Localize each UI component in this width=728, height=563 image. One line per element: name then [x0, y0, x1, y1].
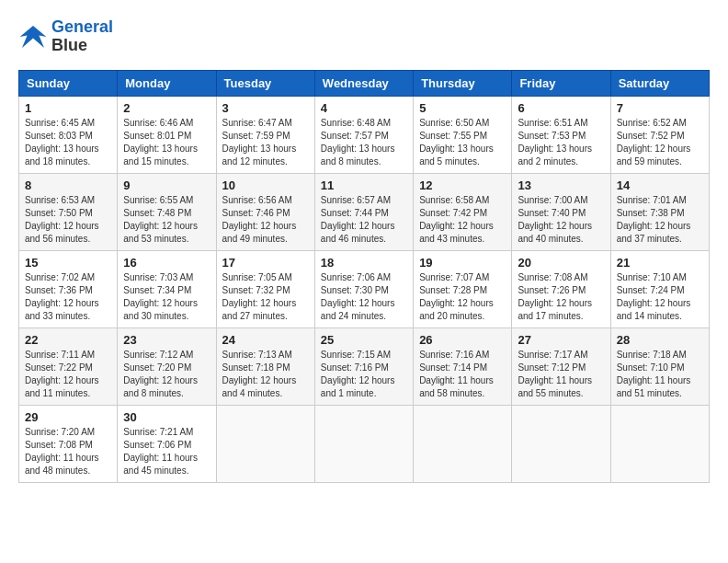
- day-info: Sunrise: 7:15 AM Sunset: 7:16 PM Dayligh…: [321, 349, 407, 400]
- weekday-header-friday: Friday: [512, 70, 610, 96]
- calendar-cell: [216, 405, 314, 482]
- weekday-header-tuesday: Tuesday: [216, 70, 314, 96]
- day-info: Sunrise: 7:18 AM Sunset: 7:10 PM Dayligh…: [617, 349, 703, 400]
- day-info: Sunrise: 7:21 AM Sunset: 7:06 PM Dayligh…: [123, 426, 210, 477]
- day-info: Sunrise: 7:02 AM Sunset: 7:36 PM Dayligh…: [25, 271, 111, 323]
- calendar-cell: [314, 405, 413, 482]
- day-info: Sunrise: 7:20 AM Sunset: 7:08 PM Dayligh…: [25, 426, 111, 477]
- calendar-cell: 7 Sunrise: 6:52 AM Sunset: 7:52 PM Dayli…: [610, 96, 709, 173]
- calendar-cell: 5 Sunrise: 6:50 AM Sunset: 7:55 PM Dayli…: [414, 96, 512, 173]
- day-number: 11: [321, 178, 407, 192]
- calendar-cell: 24 Sunrise: 7:13 AM Sunset: 7:18 PM Dayl…: [216, 327, 314, 405]
- calendar-cell: 11 Sunrise: 6:57 AM Sunset: 7:44 PM Dayl…: [314, 173, 413, 250]
- day-info: Sunrise: 6:56 AM Sunset: 7:46 PM Dayligh…: [222, 194, 309, 246]
- day-number: 22: [25, 333, 111, 347]
- day-number: 27: [518, 333, 604, 347]
- day-number: 20: [518, 256, 604, 270]
- calendar-cell: 16 Sunrise: 7:03 AM Sunset: 7:34 PM Dayl…: [118, 250, 216, 327]
- day-info: Sunrise: 6:45 AM Sunset: 8:03 PM Dayligh…: [25, 117, 111, 168]
- day-number: 26: [419, 333, 506, 347]
- calendar-table: SundayMondayTuesdayWednesdayThursdayFrid…: [18, 70, 710, 483]
- day-info: Sunrise: 7:17 AM Sunset: 7:12 PM Dayligh…: [518, 349, 604, 400]
- calendar-cell: 14 Sunrise: 7:01 AM Sunset: 7:38 PM Dayl…: [610, 173, 709, 250]
- calendar-cell: 2 Sunrise: 6:46 AM Sunset: 8:01 PM Dayli…: [118, 96, 216, 173]
- day-number: 19: [419, 256, 506, 270]
- calendar-week-5: 29 Sunrise: 7:20 AM Sunset: 7:08 PM Dayl…: [19, 405, 710, 482]
- calendar-cell: [512, 405, 610, 482]
- calendar-cell: 10 Sunrise: 6:56 AM Sunset: 7:46 PM Dayl…: [216, 173, 314, 250]
- calendar-cell: 20 Sunrise: 7:08 AM Sunset: 7:26 PM Dayl…: [512, 250, 610, 327]
- calendar-cell: 1 Sunrise: 6:45 AM Sunset: 8:03 PM Dayli…: [19, 96, 118, 173]
- day-number: 16: [123, 256, 210, 270]
- day-number: 25: [321, 333, 407, 347]
- day-info: Sunrise: 6:46 AM Sunset: 8:01 PM Dayligh…: [123, 117, 210, 168]
- day-info: Sunrise: 6:51 AM Sunset: 7:53 PM Dayligh…: [518, 117, 604, 168]
- calendar-cell: 15 Sunrise: 7:02 AM Sunset: 7:36 PM Dayl…: [19, 250, 118, 327]
- day-info: Sunrise: 7:05 AM Sunset: 7:32 PM Dayligh…: [222, 271, 309, 323]
- day-number: 29: [25, 410, 111, 424]
- weekday-header-thursday: Thursday: [414, 70, 512, 96]
- calendar-cell: [414, 405, 512, 482]
- day-info: Sunrise: 6:50 AM Sunset: 7:55 PM Dayligh…: [419, 117, 506, 168]
- day-info: Sunrise: 6:58 AM Sunset: 7:42 PM Dayligh…: [419, 194, 506, 246]
- weekday-header-wednesday: Wednesday: [314, 70, 413, 96]
- calendar-cell: 19 Sunrise: 7:07 AM Sunset: 7:28 PM Dayl…: [414, 250, 512, 327]
- day-number: 8: [25, 178, 111, 192]
- calendar-cell: 17 Sunrise: 7:05 AM Sunset: 7:32 PM Dayl…: [216, 250, 314, 327]
- day-number: 23: [123, 333, 210, 347]
- day-info: Sunrise: 7:11 AM Sunset: 7:22 PM Dayligh…: [25, 349, 111, 400]
- day-number: 2: [123, 101, 210, 115]
- day-number: 21: [617, 256, 703, 270]
- calendar-cell: 25 Sunrise: 7:15 AM Sunset: 7:16 PM Dayl…: [314, 327, 413, 405]
- day-info: Sunrise: 6:55 AM Sunset: 7:48 PM Dayligh…: [123, 194, 210, 246]
- calendar-cell: 28 Sunrise: 7:18 AM Sunset: 7:10 PM Dayl…: [610, 327, 709, 405]
- logo-icon: [18, 22, 48, 52]
- day-number: 13: [518, 178, 604, 192]
- calendar-cell: 22 Sunrise: 7:11 AM Sunset: 7:22 PM Dayl…: [19, 327, 118, 405]
- day-number: 12: [419, 178, 506, 192]
- day-number: 30: [123, 410, 210, 424]
- calendar-cell: 18 Sunrise: 7:06 AM Sunset: 7:30 PM Dayl…: [314, 250, 413, 327]
- logo-text: General Blue: [51, 18, 113, 55]
- day-number: 6: [518, 101, 604, 115]
- calendar-cell: 29 Sunrise: 7:20 AM Sunset: 7:08 PM Dayl…: [19, 405, 118, 482]
- day-info: Sunrise: 7:03 AM Sunset: 7:34 PM Dayligh…: [123, 271, 210, 323]
- day-number: 9: [123, 178, 210, 192]
- weekday-header-saturday: Saturday: [610, 70, 709, 96]
- day-info: Sunrise: 7:07 AM Sunset: 7:28 PM Dayligh…: [419, 271, 506, 323]
- day-info: Sunrise: 7:12 AM Sunset: 7:20 PM Dayligh…: [123, 349, 210, 400]
- logo: General Blue: [18, 18, 113, 55]
- calendar-week-1: 1 Sunrise: 6:45 AM Sunset: 8:03 PM Dayli…: [19, 96, 710, 173]
- day-info: Sunrise: 6:53 AM Sunset: 7:50 PM Dayligh…: [25, 194, 111, 246]
- day-info: Sunrise: 6:52 AM Sunset: 7:52 PM Dayligh…: [617, 117, 703, 168]
- calendar-week-2: 8 Sunrise: 6:53 AM Sunset: 7:50 PM Dayli…: [19, 173, 710, 250]
- day-number: 17: [222, 256, 309, 270]
- day-number: 14: [617, 178, 703, 192]
- day-number: 7: [617, 101, 703, 115]
- calendar-header-row: SundayMondayTuesdayWednesdayThursdayFrid…: [19, 70, 710, 96]
- calendar-cell: 13 Sunrise: 7:00 AM Sunset: 7:40 PM Dayl…: [512, 173, 610, 250]
- calendar-cell: 4 Sunrise: 6:48 AM Sunset: 7:57 PM Dayli…: [314, 96, 413, 173]
- day-info: Sunrise: 6:48 AM Sunset: 7:57 PM Dayligh…: [321, 117, 407, 168]
- day-info: Sunrise: 7:00 AM Sunset: 7:40 PM Dayligh…: [518, 194, 604, 246]
- weekday-header-sunday: Sunday: [19, 70, 118, 96]
- calendar-cell: 26 Sunrise: 7:16 AM Sunset: 7:14 PM Dayl…: [414, 327, 512, 405]
- day-number: 28: [617, 333, 703, 347]
- day-info: Sunrise: 6:47 AM Sunset: 7:59 PM Dayligh…: [222, 117, 309, 168]
- calendar-cell: 30 Sunrise: 7:21 AM Sunset: 7:06 PM Dayl…: [118, 405, 216, 482]
- day-info: Sunrise: 7:16 AM Sunset: 7:14 PM Dayligh…: [419, 349, 506, 400]
- day-number: 15: [25, 256, 111, 270]
- calendar-cell: 12 Sunrise: 6:58 AM Sunset: 7:42 PM Dayl…: [414, 173, 512, 250]
- day-number: 1: [25, 101, 111, 115]
- calendar-cell: 3 Sunrise: 6:47 AM Sunset: 7:59 PM Dayli…: [216, 96, 314, 173]
- calendar-week-3: 15 Sunrise: 7:02 AM Sunset: 7:36 PM Dayl…: [19, 250, 710, 327]
- calendar-cell: [610, 405, 709, 482]
- day-info: Sunrise: 6:57 AM Sunset: 7:44 PM Dayligh…: [321, 194, 407, 246]
- day-number: 4: [321, 101, 407, 115]
- svg-marker-0: [20, 26, 47, 48]
- page-header: General Blue: [18, 18, 710, 55]
- calendar-cell: 23 Sunrise: 7:12 AM Sunset: 7:20 PM Dayl…: [118, 327, 216, 405]
- calendar-cell: 27 Sunrise: 7:17 AM Sunset: 7:12 PM Dayl…: [512, 327, 610, 405]
- day-info: Sunrise: 7:08 AM Sunset: 7:26 PM Dayligh…: [518, 271, 604, 323]
- calendar-cell: 8 Sunrise: 6:53 AM Sunset: 7:50 PM Dayli…: [19, 173, 118, 250]
